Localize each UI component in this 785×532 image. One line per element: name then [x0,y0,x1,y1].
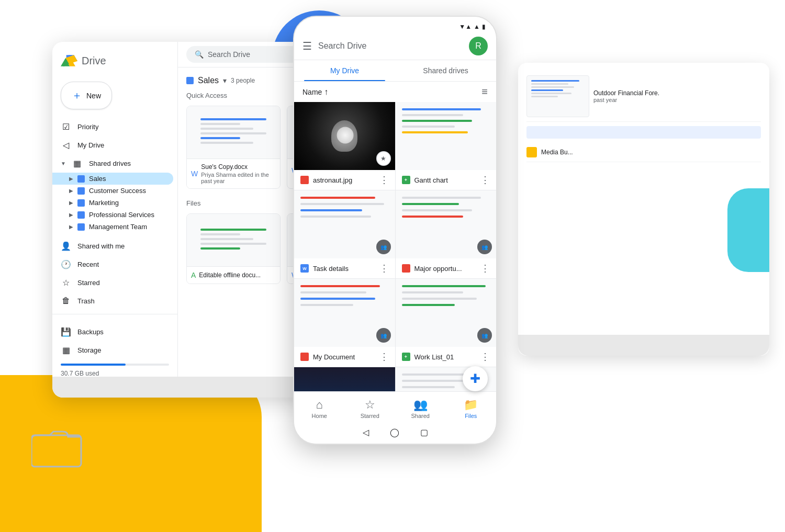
laptop2-base [518,335,769,356]
phone-file-card-gantt[interactable]: + Gantt chart ⋮ [396,102,497,190]
file-card-preview-1 [187,106,280,159]
phone-file-info-task: W Task details ⋮ [294,258,395,278]
sidebar-item-trash[interactable]: 🗑 Trash [52,292,173,310]
current-folder-name: Sales [198,76,219,85]
phone-file-card-major[interactable]: 👥 Major opportu... ⋮ [396,190,497,278]
phone-file-card-tokyo[interactable]: Next Tokyo-48 Next Tokyo-48 ⋮ [294,367,395,391]
hamburger-menu-icon[interactable]: ☰ [302,40,312,52]
storage-icon: ▦ [61,345,71,355]
more-options-icon-6[interactable]: ⋮ [480,351,490,363]
sort-label[interactable]: Name ↑ [302,87,328,97]
file-card-preview-3 [187,214,280,266]
phone-nav-home[interactable]: ⌂ Home [294,396,345,421]
back-gesture-btn[interactable]: ◁ [363,427,369,437]
sidebar-item-storage[interactable]: ▦ Storage [61,341,165,359]
more-options-icon-1[interactable]: ⋮ [379,174,389,186]
sidebar-item-mydrive[interactable]: ◁ My Drive [52,136,173,154]
laptop2-file-name: Outdoor Financial Fore. [593,89,659,97]
doc-line [200,233,240,235]
home-gesture-btn[interactable]: ◯ [390,427,399,437]
more-options-icon-3[interactable]: ⋮ [379,263,389,274]
sidebar-item-recent[interactable]: 🕐 Recent [52,255,173,274]
folder-decoration-icon [31,427,84,469]
phone-file-card-mydoc[interactable]: 👥 My Document ⋮ [294,279,395,367]
sidebar-label-trash: Trash [77,297,95,305]
storage-bar-fill [61,364,126,366]
home-nav-label: Home [312,413,327,419]
user-avatar[interactable]: R [469,37,488,55]
tab-shared-drives[interactable]: Shared drives [395,60,496,81]
file-meta-1: Priya Sharma edited in the past year [201,172,276,184]
phone-file-preview-astronaut: ★ [294,102,395,170]
starred-nav-label: Starred [361,413,379,419]
phone-search-placeholder[interactable]: Search Drive [318,41,463,51]
new-button[interactable]: ＋ New [61,82,112,109]
shared-with-me-icon: 👤 [61,241,71,251]
phone-nav-files[interactable]: 📁 Files [446,396,497,421]
phone-file-card-task[interactable]: 👥 W Task details ⋮ [294,190,395,278]
wifi-icon: ▲ [474,23,480,30]
phone-search-bar: ☰ Search Drive R [294,32,496,60]
phone-tabs: My Drive Shared drives [294,60,496,82]
fab-add-button[interactable]: ✚ [463,366,488,391]
sidebar-subitem-customer[interactable]: ▶ Customer Success [52,185,177,197]
sort-name-label: Name [302,88,322,96]
phone-nav-shared[interactable]: 👥 Shared [395,396,446,421]
shared-nav-label: Shared [411,413,430,419]
search-icon: 🔍 [195,50,204,59]
more-options-icon-2[interactable]: ⋮ [480,174,490,186]
sidebar-subitem-sales[interactable]: ▶ Sales [52,173,173,185]
docs-file-icon: W [300,264,309,273]
file-card-editable[interactable]: A Editable offline docu... [186,213,281,284]
more-options-icon-4[interactable]: ⋮ [480,263,490,274]
file-card-sues-copy[interactable]: W Sue's Copy.docx Priya Sharma edited in… [186,106,281,189]
chevron-down-icon: ▾ [223,76,227,85]
phone-file-preview-worklist: 👥 [396,279,497,347]
phone-file-preview-tokyo: Next Tokyo-48 [294,367,395,391]
laptop2-file-meta: past year [593,97,659,103]
sidebar-label-starred: Starred [77,279,100,287]
list-view-icon[interactable]: ≡ [481,86,488,98]
sidebar-label-priority: Priority [77,123,98,131]
laptop2-file-row2: Media Bu... [526,143,761,162]
priority-icon: ☑ [61,122,71,132]
sidebar-label-sales: Sales [89,175,106,183]
sidebar-subitem-management[interactable]: ▶ Management Team [52,221,177,233]
sidebar-label-customer: Customer Success [89,187,146,195]
sidebar-subitem-marketing[interactable]: ▶ Marketing [52,197,177,209]
phone-file-name-gantt: Gantt chart [414,176,477,184]
storage-bar [61,364,169,366]
shared-nav-icon: 👥 [413,398,428,412]
phone-file-card-astronaut[interactable]: ★ astronaut.jpg ⋮ [294,102,395,190]
word-icon: W [191,169,198,178]
sidebar-item-starred[interactable]: ☆ Starred [52,274,173,292]
doc-line [200,243,266,245]
laptop2-file-row: Outdoor Financial Fore. past year [526,71,761,122]
recents-gesture-btn[interactable]: ▢ [420,427,428,437]
drive-logo-icon [61,52,77,69]
subitem-arrow5-icon: ▶ [69,224,73,230]
doc-line [200,123,240,125]
phone-file-preview-major: 👥 [396,190,497,258]
sidebar-item-priority[interactable]: ☑ Priority [52,118,173,136]
file-name-1: Sue's Copy.docx [201,163,276,171]
more-options-icon-5[interactable]: ⋮ [379,351,389,363]
phone-file-card-worklist[interactable]: 👥 + Work List_01 ⋮ [396,279,497,367]
doc-line [200,132,266,134]
plus-icon: ＋ [72,88,82,103]
sidebar-subitem-professional[interactable]: ▶ Professional Services [52,209,177,221]
sidebar-item-shared-with-me[interactable]: 👤 Shared with me [52,237,173,255]
sidebar-label-shared-with-me: Shared with me [77,242,125,250]
file-name-3: Editable offline docu... [199,271,261,279]
sheets-file-icon: + [402,176,410,184]
subitem-arrow4-icon: ▶ [69,212,73,218]
sidebar-label-mydrive: My Drive [77,141,104,149]
subitem-arrow2-icon: ▶ [69,188,73,194]
phone-file-grid: ★ astronaut.jpg ⋮ [294,102,496,391]
users-icon: 👥 [380,244,387,250]
phone-nav-starred[interactable]: ☆ Starred [345,396,396,421]
sidebar-item-backups[interactable]: 💾 Backups [61,323,165,341]
sidebar-item-shared-drives[interactable]: ▼ ▦ Shared drives [52,154,173,173]
tab-my-drive[interactable]: My Drive [294,60,395,81]
laptop2-frame: Outdoor Financial Fore. past year Media … [518,63,769,356]
